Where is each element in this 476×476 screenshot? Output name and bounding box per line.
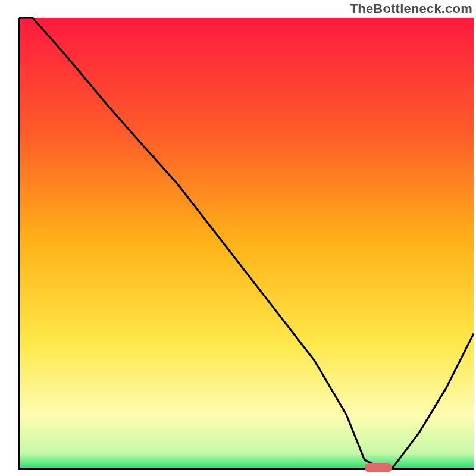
plot-background xyxy=(19,18,474,469)
watermark-label: TheBottleneck.com xyxy=(350,1,472,17)
optimum-marker xyxy=(365,463,392,472)
bottleneck-chart xyxy=(0,0,476,476)
chart-container: TheBottleneck.com xyxy=(0,0,476,476)
